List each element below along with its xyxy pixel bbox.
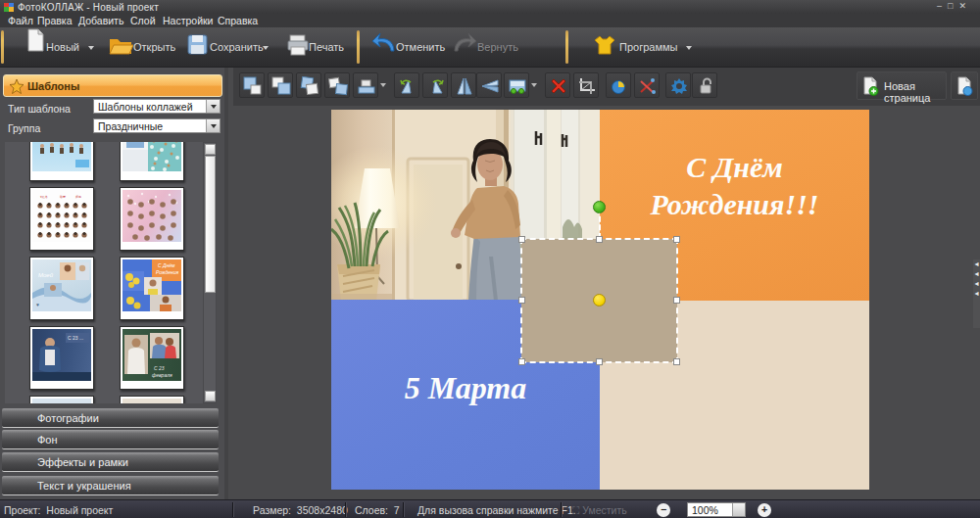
svg-text:Рождения: Рождения [156, 269, 178, 275]
svg-text:февраля: февраля [152, 372, 172, 378]
svg-text:Моей: Моей [38, 272, 54, 278]
svg-text:С 23: С 23 [154, 365, 165, 371]
svg-text:♥姓名: ♥姓名 [40, 195, 48, 199]
svg-text:С 23 ...: С 23 ... [68, 335, 83, 341]
svg-text:敬爱: 敬爱 [60, 195, 66, 199]
svg-text:师恩: 师恩 [75, 195, 81, 199]
svg-text:♥: ♥ [36, 302, 39, 307]
svg-text:С Днём: С Днём [158, 262, 175, 268]
